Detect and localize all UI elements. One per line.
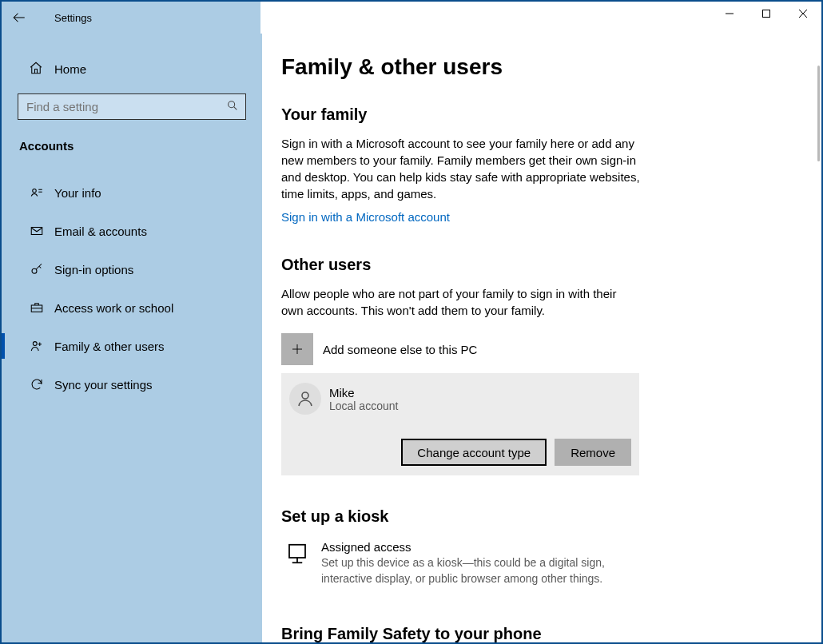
svg-rect-20 — [289, 545, 305, 558]
other-users-description: Allow people who are not part of your fa… — [281, 285, 641, 319]
sidebar-item-label: Email & accounts — [54, 225, 147, 238]
sync-icon — [29, 377, 45, 392]
svg-line-6 — [234, 107, 237, 110]
search-field[interactable] — [25, 99, 226, 114]
window-controls — [711, 2, 821, 26]
minimize-button[interactable] — [711, 2, 748, 26]
sidebar: Home Accounts — [2, 34, 262, 642]
signin-microsoft-link[interactable]: Sign in with a Microsoft account — [281, 210, 450, 224]
section-heading-family: Your family — [281, 105, 797, 124]
maximize-button[interactable] — [748, 2, 785, 26]
sidebar-item-label: Family & other users — [54, 340, 165, 353]
sidebar-item-email-accounts[interactable]: Email & accounts — [2, 212, 262, 250]
briefcase-icon — [29, 300, 45, 315]
user-name: Mike — [329, 386, 398, 400]
sidebar-item-label: Access work or school — [54, 301, 173, 315]
user-card[interactable]: Mike Local account Change account type R… — [281, 373, 639, 475]
section-heading-other-users: Other users — [281, 256, 797, 274]
add-user-button[interactable]: Add someone else to this PC — [281, 333, 797, 365]
person-card-icon — [29, 185, 45, 200]
sidebar-nav: Your info Email & accounts — [2, 173, 262, 403]
back-button[interactable] — [2, 2, 37, 34]
svg-point-11 — [32, 268, 37, 273]
titlebar: Settings — [2, 2, 821, 34]
settings-window: Settings Home — [0, 0, 823, 644]
sidebar-item-label: Sync your settings — [54, 378, 153, 392]
sidebar-item-label: Sign-in options — [54, 263, 133, 276]
family-description: Sign in with a Microsoft account to see … — [281, 135, 641, 202]
kiosk-description: Set up this device as a kiosk—this could… — [321, 555, 641, 586]
kiosk-title: Assigned access — [321, 540, 641, 554]
window-title: Settings — [37, 12, 92, 24]
page-title: Family & other users — [281, 54, 797, 80]
sidebar-item-your-info[interactable]: Your info — [2, 173, 262, 212]
home-button[interactable]: Home — [2, 53, 262, 85]
add-user-label: Add someone else to this PC — [323, 343, 477, 356]
home-icon — [29, 61, 43, 78]
svg-rect-2 — [763, 10, 770, 18]
sidebar-item-family-other-users[interactable]: Family & other users — [2, 327, 262, 365]
scrollbar-thumb[interactable] — [817, 66, 820, 161]
svg-point-19 — [302, 392, 308, 399]
body: Home Accounts — [2, 34, 821, 642]
plus-icon — [281, 333, 313, 365]
sidebar-item-sync-settings[interactable]: Sync your settings — [2, 365, 262, 403]
search-icon — [226, 99, 239, 114]
svg-rect-10 — [31, 228, 42, 235]
close-button[interactable] — [785, 2, 821, 26]
avatar — [289, 383, 321, 415]
user-header: Mike Local account — [289, 383, 631, 415]
sidebar-item-label: Your info — [54, 186, 101, 200]
section-heading-kiosk: Set up a kiosk — [281, 507, 797, 526]
svg-point-7 — [33, 189, 37, 193]
user-type: Local account — [329, 400, 398, 412]
people-plus-icon — [29, 339, 45, 353]
remove-user-button[interactable]: Remove — [555, 439, 631, 466]
svg-point-5 — [229, 101, 235, 108]
main-content[interactable]: Family & other users Your family Sign in… — [262, 34, 821, 642]
change-account-type-button[interactable]: Change account type — [401, 439, 547, 466]
sidebar-item-access-work-school[interactable]: Access work or school — [2, 288, 262, 327]
svg-point-14 — [33, 342, 37, 346]
home-label: Home — [54, 62, 86, 76]
section-heading-family-safety: Bring Family Safety to your phone — [281, 625, 797, 642]
kiosk-assigned-access[interactable]: Assigned access Set up this device as a … — [281, 540, 797, 586]
monitor-icon — [281, 540, 313, 566]
sidebar-group-label: Accounts — [2, 131, 262, 162]
sidebar-item-signin-options[interactable]: Sign-in options — [2, 250, 262, 288]
envelope-icon — [29, 224, 45, 238]
key-icon — [29, 262, 45, 276]
search-input[interactable] — [18, 93, 246, 120]
